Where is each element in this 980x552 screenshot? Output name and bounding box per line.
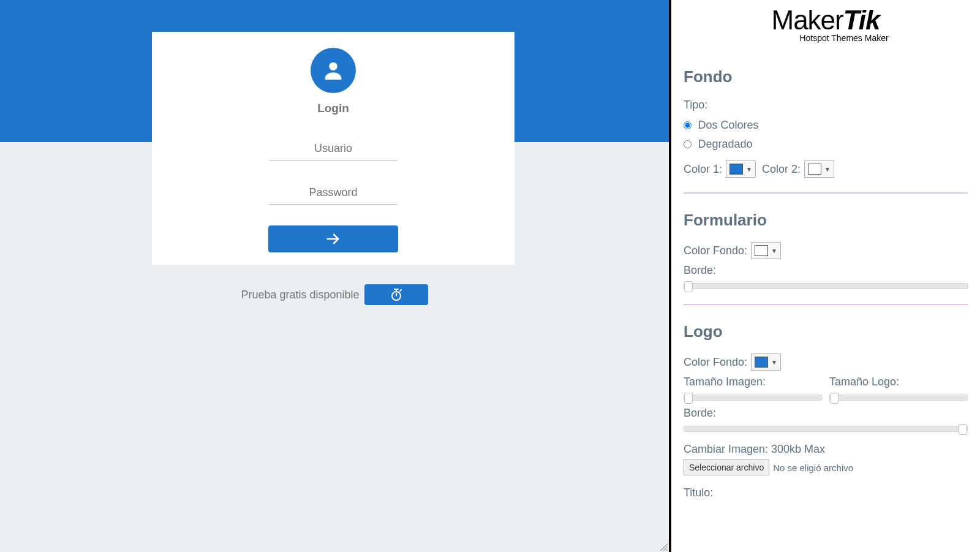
slider-thumb[interactable] bbox=[959, 424, 967, 435]
form-color-swatch bbox=[755, 245, 768, 256]
login-title: Login bbox=[317, 102, 349, 115]
chevron-down-icon: ▼ bbox=[746, 166, 752, 173]
titulo-label: Titulo: bbox=[684, 486, 968, 499]
form-borde-label: Borde: bbox=[684, 264, 716, 277]
logo-borde-slider[interactable] bbox=[684, 426, 968, 432]
logo-color-fondo-label: Color Fondo: bbox=[684, 356, 747, 369]
radio-degradado[interactable] bbox=[684, 140, 692, 148]
logo-color-swatch bbox=[755, 357, 768, 368]
color1-label: Color 1: bbox=[684, 163, 722, 176]
divider bbox=[684, 192, 968, 194]
logo-borde-label: Borde: bbox=[684, 407, 716, 420]
svg-point-0 bbox=[329, 62, 337, 70]
form-borde-slider[interactable] bbox=[684, 283, 968, 289]
submit-button[interactable] bbox=[268, 225, 398, 252]
radio-degradado-label: Degradado bbox=[698, 138, 752, 150]
section-title-fondo: Fondo bbox=[684, 67, 968, 86]
settings-pane[interactable]: MakerTik Hotspot Themes Maker Fondo Tipo… bbox=[671, 0, 980, 552]
section-title-logo: Logo bbox=[684, 322, 968, 341]
form-color-fondo-picker[interactable]: ▼ bbox=[751, 242, 781, 259]
color1-picker[interactable]: ▼ bbox=[726, 161, 756, 178]
color2-label: Color 2: bbox=[762, 163, 801, 176]
radio-dos-colores-label: Dos Colores bbox=[698, 119, 758, 131]
password-input[interactable] bbox=[269, 181, 398, 205]
avatar-circle bbox=[311, 48, 356, 93]
arrow-right-icon bbox=[325, 230, 342, 248]
color2-swatch bbox=[808, 164, 821, 175]
chevron-down-icon: ▼ bbox=[824, 166, 831, 173]
tipo-label: Tipo: bbox=[684, 99, 707, 112]
tamano-imagen-label: Tamaño Imagen: bbox=[684, 376, 766, 388]
tamano-logo-label: Tamaño Logo: bbox=[829, 376, 899, 388]
tamano-logo-slider[interactable] bbox=[829, 395, 968, 401]
username-input[interactable] bbox=[269, 137, 398, 161]
person-icon bbox=[321, 58, 345, 83]
trial-text: Prueba gratis disponible bbox=[241, 289, 359, 301]
slider-thumb[interactable] bbox=[684, 281, 693, 292]
radio-dos-colores[interactable] bbox=[684, 121, 692, 129]
svg-line-9 bbox=[666, 550, 668, 551]
stopwatch-icon bbox=[389, 287, 404, 302]
resize-handle-icon[interactable] bbox=[659, 542, 668, 551]
slider-thumb[interactable] bbox=[684, 393, 693, 404]
brand-name-part1: Maker bbox=[771, 5, 843, 35]
trial-row: Prueba gratis disponible bbox=[0, 284, 669, 305]
cambiar-imagen-label: Cambiar Imagen: 300kb Max bbox=[684, 443, 968, 456]
form-color-fondo-label: Color Fondo: bbox=[684, 244, 747, 257]
brand-name-part2: Tik bbox=[843, 5, 880, 35]
brand-tagline: Hotspot Themes Maker bbox=[684, 33, 968, 43]
login-card: Login bbox=[152, 32, 514, 265]
tamano-imagen-slider[interactable] bbox=[684, 395, 822, 401]
file-status-text: No se eligió archivo bbox=[773, 463, 853, 473]
preview-pane: Login Prueba gratis disponible bbox=[0, 0, 669, 552]
logo-color-fondo-picker[interactable]: ▼ bbox=[751, 354, 781, 371]
brand-logo: MakerTik Hotspot Themes Maker bbox=[684, 0, 968, 67]
color2-picker[interactable]: ▼ bbox=[804, 161, 834, 178]
divider bbox=[684, 304, 968, 305]
chevron-down-icon: ▼ bbox=[771, 248, 777, 254]
file-select-button[interactable]: Seleccionar archivo bbox=[684, 459, 769, 475]
trial-button[interactable] bbox=[364, 284, 428, 305]
color1-swatch bbox=[729, 164, 743, 175]
section-title-formulario: Formulario bbox=[684, 211, 968, 230]
chevron-down-icon: ▼ bbox=[771, 359, 777, 366]
svg-line-6 bbox=[400, 290, 401, 291]
slider-thumb[interactable] bbox=[830, 393, 839, 404]
